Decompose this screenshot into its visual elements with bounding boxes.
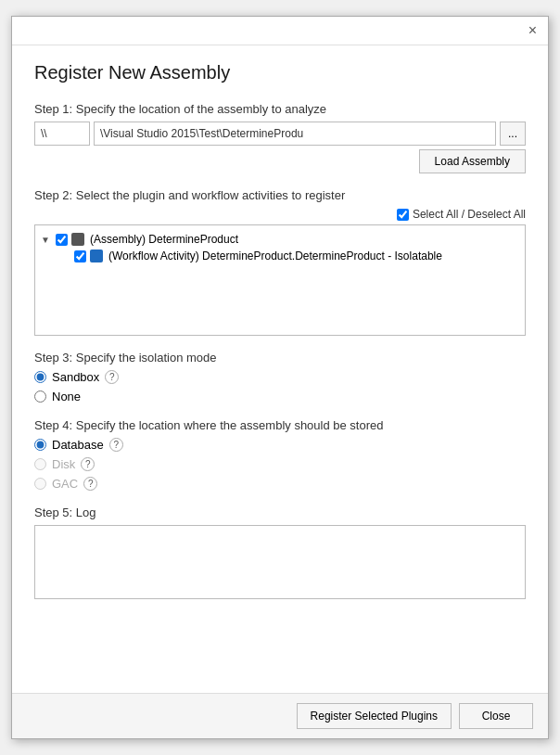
disk-help-icon[interactable]: ?	[81, 457, 95, 471]
database-radio[interactable]	[34, 439, 46, 451]
gac-label: GAC	[52, 477, 78, 491]
file-path-input-right[interactable]	[94, 122, 496, 146]
sandbox-help-icon[interactable]: ?	[105, 370, 119, 384]
step2-label: Step 2: Select the plugin and workflow a…	[34, 188, 526, 202]
database-label: Database	[52, 438, 104, 452]
log-box	[34, 525, 526, 599]
tree-workflow-row: (Workflow Activity) DetermineProduct.Det…	[41, 248, 519, 264]
step3-label: Step 3: Specify the isolation mode	[34, 351, 526, 365]
step5-section: Step 5: Log	[34, 505, 526, 599]
dialog-body: Register New Assembly Step 1: Specify th…	[12, 45, 548, 693]
assembly-icon	[71, 233, 84, 246]
load-row: Load Assembly	[34, 149, 526, 173]
step3-section: Step 3: Specify the isolation mode Sandb…	[34, 351, 526, 403]
browse-button[interactable]: ...	[500, 122, 526, 146]
close-icon[interactable]: ×	[525, 22, 541, 39]
file-path-input[interactable]	[34, 122, 90, 146]
step4-label: Step 4: Specify the location where the a…	[34, 418, 526, 432]
register-assembly-dialog: × Register New Assembly Step 1: Specify …	[11, 16, 549, 739]
load-assembly-button[interactable]: Load Assembly	[419, 149, 526, 173]
dialog-title: Register New Assembly	[34, 62, 526, 83]
sandbox-radio-row: Sandbox ?	[34, 370, 526, 384]
step1-section: Step 1: Specify the location of the asse…	[34, 102, 526, 173]
disk-radio-row: Disk ?	[34, 457, 526, 471]
gac-radio[interactable]	[34, 478, 46, 490]
close-button[interactable]: Close	[459, 703, 533, 729]
title-bar: ×	[12, 17, 548, 45]
isolation-mode-group: Sandbox ? None	[34, 370, 526, 403]
none-label: None	[52, 390, 81, 403]
tree-box: ▼ (Assembly) DetermineProduct (Workflow …	[34, 224, 526, 336]
sandbox-radio[interactable]	[34, 371, 46, 383]
gac-radio-row: GAC ?	[34, 477, 526, 491]
dialog-footer: Register Selected Plugins Close	[12, 693, 548, 738]
step2-section: Step 2: Select the plugin and workflow a…	[34, 188, 526, 336]
file-row: ...	[34, 122, 526, 146]
assembly-label: (Assembly) DetermineProduct	[90, 233, 238, 246]
select-all-checkbox[interactable]	[397, 209, 409, 221]
none-radio-row: None	[34, 390, 526, 403]
disk-label: Disk	[52, 457, 75, 471]
workflow-label: (Workflow Activity) DetermineProduct.Det…	[108, 250, 442, 262]
gac-help-icon[interactable]: ?	[83, 477, 97, 491]
sandbox-label: Sandbox	[52, 370, 99, 384]
tree-assembly-row: ▼ (Assembly) DetermineProduct	[41, 231, 519, 248]
storage-location-group: Database ? Disk ? GAC ?	[34, 438, 526, 491]
assembly-checkbox[interactable]	[56, 234, 68, 246]
tree-arrow-icon[interactable]: ▼	[41, 235, 52, 245]
select-all-label[interactable]: Select All / Deselect All	[413, 208, 526, 221]
select-all-row: Select All / Deselect All	[34, 208, 526, 221]
workflow-icon	[90, 250, 103, 262]
step4-section: Step 4: Specify the location where the a…	[34, 418, 526, 491]
step5-label: Step 5: Log	[34, 505, 526, 519]
step1-label: Step 1: Specify the location of the asse…	[34, 102, 526, 116]
none-radio[interactable]	[34, 390, 46, 403]
database-radio-row: Database ?	[34, 438, 526, 452]
workflow-checkbox[interactable]	[74, 250, 86, 262]
database-help-icon[interactable]: ?	[109, 438, 123, 452]
disk-radio[interactable]	[34, 458, 46, 470]
register-plugins-button[interactable]: Register Selected Plugins	[297, 703, 452, 729]
